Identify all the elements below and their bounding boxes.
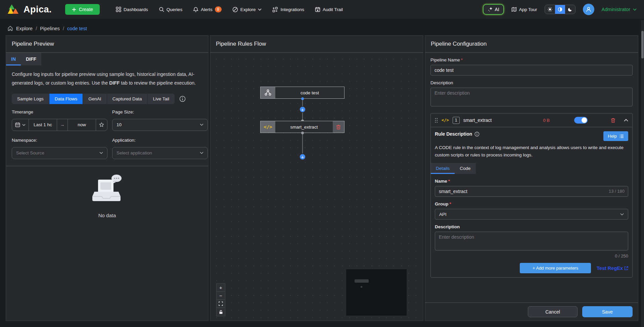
- compass-icon: [232, 7, 238, 12]
- rule-group-select[interactable]: API: [435, 209, 628, 220]
- fit-view-button[interactable]: [217, 300, 225, 308]
- timerange-calendar[interactable]: [12, 119, 29, 131]
- timerange-from[interactable]: Last 1 hc: [29, 119, 57, 131]
- drag-handle-icon[interactable]: [435, 118, 438, 123]
- nav-label: Audit Trail: [323, 7, 343, 12]
- rule-description-text: A CODE rule in the context of log manage…: [435, 144, 628, 158]
- timerange-to[interactable]: now: [68, 119, 96, 131]
- rule-description-label: Rule Description: [435, 131, 479, 137]
- application-label: Application:: [112, 138, 208, 143]
- user-avatar[interactable]: [583, 4, 594, 15]
- ai-button[interactable]: AI: [483, 4, 504, 15]
- save-button[interactable]: Save: [582, 306, 633, 317]
- audit-calendar-icon: [315, 7, 320, 12]
- rule-description-textarea[interactable]: [435, 232, 628, 250]
- nav-item-dashboards[interactable]: Dashboards: [116, 7, 148, 12]
- edge-source-handle[interactable]: [301, 132, 304, 134]
- nav-item-alerts[interactable]: Alerts 8: [193, 6, 222, 12]
- home-icon[interactable]: [7, 26, 13, 31]
- lock-button[interactable]: [217, 308, 225, 316]
- delete-node-button[interactable]: [333, 121, 344, 133]
- minimap-node: [361, 286, 362, 288]
- pipeline-description-textarea[interactable]: [430, 88, 633, 106]
- page-size-select[interactable]: 10: [112, 119, 208, 131]
- test-regex-link[interactable]: Test RegEx: [597, 266, 628, 271]
- page-size-value: 10: [117, 122, 122, 127]
- help-button[interactable]: Help: [603, 131, 628, 141]
- apica-logo-icon: [7, 4, 20, 15]
- theme-light-button[interactable]: [545, 5, 555, 14]
- flow-controls: + −: [216, 283, 225, 316]
- add-more-parameters-button[interactable]: + Add more parameters: [520, 263, 591, 273]
- delete-rule-button[interactable]: [611, 118, 615, 123]
- tab-diff[interactable]: DIFF: [21, 53, 41, 65]
- timerange-favorite[interactable]: [96, 119, 107, 131]
- scrollbar-thumb[interactable]: [641, 31, 644, 58]
- namespace-select[interactable]: Select Source: [12, 147, 107, 159]
- rule-name-input[interactable]: [435, 186, 628, 197]
- rule-card-header[interactable]: </> 1 smart_extract 0 B: [431, 113, 632, 127]
- flow-panel-title: Pipeline Rules Flow: [210, 36, 423, 53]
- code-rule-icon: </>: [442, 118, 449, 123]
- brand[interactable]: Apica.: [7, 4, 52, 15]
- theme-auto-button[interactable]: [555, 5, 565, 14]
- preview-panel-title: Pipeline Preview: [6, 36, 208, 53]
- theme-dark-button[interactable]: [565, 5, 575, 14]
- tab-details[interactable]: Details: [431, 163, 455, 174]
- tab-genai[interactable]: GenAI: [83, 94, 107, 104]
- flow-node-code-test[interactable]: code test: [260, 87, 344, 99]
- rule-name-input-wrap: 13 / 180: [435, 186, 628, 197]
- required-asterisk: *: [461, 57, 463, 62]
- star-icon: [99, 122, 104, 127]
- pipeline-name-input[interactable]: [430, 65, 633, 76]
- edge-source-handle[interactable]: [301, 97, 304, 100]
- timerange-control[interactable]: Last 1 hc → now: [12, 119, 107, 131]
- rule-enabled-toggle[interactable]: [574, 117, 588, 124]
- info-icon[interactable]: [474, 132, 479, 137]
- tab-captured-data[interactable]: Captured Data: [107, 94, 148, 104]
- rule-detail-tabs: Details Code: [431, 163, 476, 174]
- chevron-down-icon: [200, 152, 203, 154]
- top-navbar: Apica. Create Dashboards Queries Alerts …: [0, 0, 644, 19]
- alerts-badge: 8: [215, 6, 222, 12]
- desc-text-bold: DIFF: [109, 80, 120, 86]
- info-icon[interactable]: [179, 96, 186, 102]
- source-tabs: Sample Logs Data Flows GenAI Captured Da…: [12, 94, 175, 104]
- chevron-down-icon: [620, 213, 624, 216]
- flow-node-smart-extract[interactable]: </> smart_extract: [260, 121, 344, 133]
- application-select[interactable]: Select application: [112, 147, 208, 159]
- tab-in[interactable]: IN: [6, 53, 21, 65]
- add-rule-button[interactable]: +: [299, 153, 306, 160]
- flow-canvas[interactable]: code test + </> smart_extract + + −: [210, 53, 423, 321]
- search-icon: [159, 7, 164, 12]
- tab-sample-logs[interactable]: Sample Logs: [12, 94, 49, 104]
- node-iconbox: </>: [261, 121, 275, 133]
- nav-item-audit-trail[interactable]: Audit Trail: [315, 7, 343, 12]
- nav-item-integrations[interactable]: Integrations: [272, 7, 304, 12]
- nav-right: AI App Tour Administrator: [483, 4, 637, 15]
- pipeline-name-label: Pipeline Name*: [430, 57, 633, 62]
- page-size-label: Page Size:: [112, 109, 208, 114]
- lock-icon: [219, 310, 223, 314]
- cancel-button[interactable]: Cancel: [528, 306, 578, 317]
- collapse-chevron-up-icon[interactable]: [624, 119, 628, 122]
- nav-item-explore[interactable]: Explore: [232, 7, 262, 12]
- nav-item-queries[interactable]: Queries: [159, 7, 182, 12]
- page-scrollbar[interactable]: [641, 20, 644, 327]
- io-tabstrip: IN DIFF: [6, 53, 41, 65]
- tab-code[interactable]: Code: [455, 163, 475, 174]
- breadcrumb-pipelines[interactable]: Pipelines: [40, 26, 60, 31]
- breadcrumb-explore[interactable]: Explore: [16, 26, 33, 31]
- zoom-in-button[interactable]: +: [217, 284, 225, 292]
- add-rule-button[interactable]: +: [299, 106, 306, 113]
- create-button[interactable]: Create: [65, 4, 100, 15]
- rule-name-label: Name*: [435, 179, 628, 184]
- zoom-out-button[interactable]: −: [217, 292, 225, 300]
- tab-live-tail[interactable]: Live Tail: [147, 94, 175, 104]
- tab-data-flows[interactable]: Data Flows: [49, 94, 83, 104]
- app-tour-button[interactable]: App Tour: [511, 7, 537, 12]
- flow-minimap[interactable]: [346, 269, 407, 316]
- user-menu[interactable]: Administrator: [602, 7, 637, 12]
- params-row: + Add more parameters Test RegEx: [435, 263, 628, 273]
- breadcrumb-current[interactable]: code test: [67, 26, 87, 31]
